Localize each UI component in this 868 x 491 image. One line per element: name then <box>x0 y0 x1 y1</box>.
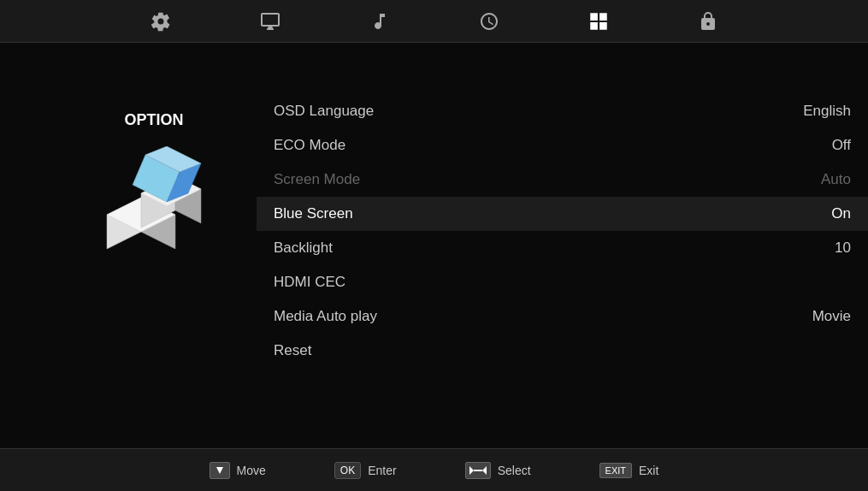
nav-grid[interactable] <box>587 9 611 33</box>
nav-settings[interactable] <box>149 9 173 33</box>
left-panel: OPTION <box>68 94 239 249</box>
move-button[interactable] <box>210 462 230 479</box>
nav-audio[interactable] <box>368 9 392 33</box>
menu-item-hdmi-cec[interactable]: HDMI CEC <box>257 265 868 299</box>
backlight-value: 10 <box>782 240 851 257</box>
blue-screen-value: On <box>782 205 851 222</box>
menu-item-reset[interactable]: Reset <box>257 334 868 368</box>
screen-mode-value: Auto <box>782 171 851 188</box>
osd-language-value: English <box>782 103 851 120</box>
exit-control: EXIT Exit <box>599 463 659 478</box>
nav-clock[interactable] <box>477 9 501 33</box>
hdmi-cec-label: HDMI CEC <box>274 274 345 291</box>
blue-screen-label: Blue Screen <box>274 205 353 222</box>
main-content: OPTION <box>0 43 868 448</box>
bottom-bar: Move OK Enter Select EXIT Exit <box>0 448 868 491</box>
exit-button[interactable]: EXIT <box>599 463 632 478</box>
move-label: Move <box>237 464 266 477</box>
exit-label: Exit <box>639 464 658 477</box>
enter-label: Enter <box>368 464 396 477</box>
select-button[interactable] <box>465 462 491 479</box>
svg-marker-9 <box>216 467 223 474</box>
section-title: OPTION <box>124 111 183 129</box>
svg-marker-11 <box>482 466 487 475</box>
ok-text: OK <box>340 464 355 476</box>
menu-item-osd-language[interactable]: OSD Language English <box>257 94 868 128</box>
nav-lock[interactable] <box>696 9 720 33</box>
ok-button[interactable]: OK <box>334 462 361 479</box>
menu-item-backlight[interactable]: Backlight 10 <box>257 231 868 265</box>
option-icon <box>98 146 210 249</box>
reset-label: Reset <box>274 342 311 359</box>
osd-language-label: OSD Language <box>274 103 374 120</box>
backlight-label: Backlight <box>274 240 333 257</box>
select-label: Select <box>498 464 531 477</box>
move-control: Move <box>210 462 266 479</box>
menu-item-media-auto-play[interactable]: Media Auto play Movie <box>257 299 868 334</box>
eco-mode-value: Off <box>782 137 851 154</box>
media-auto-play-value: Movie <box>782 308 851 325</box>
menu-panel: OSD Language English ECO Mode Off Screen… <box>239 94 868 368</box>
menu-item-eco-mode[interactable]: ECO Mode Off <box>257 128 868 163</box>
enter-control: OK Enter <box>334 462 397 479</box>
eco-mode-label: ECO Mode <box>274 137 345 154</box>
menu-item-screen-mode[interactable]: Screen Mode Auto <box>257 163 868 197</box>
menu-item-blue-screen[interactable]: Blue Screen On <box>257 197 868 231</box>
media-auto-play-label: Media Auto play <box>274 308 377 325</box>
select-control: Select <box>465 462 531 479</box>
nav-display[interactable] <box>258 9 282 33</box>
svg-marker-10 <box>469 466 474 475</box>
top-nav <box>0 0 868 43</box>
screen-mode-label: Screen Mode <box>274 171 360 188</box>
exit-text: EXIT <box>605 465 626 476</box>
